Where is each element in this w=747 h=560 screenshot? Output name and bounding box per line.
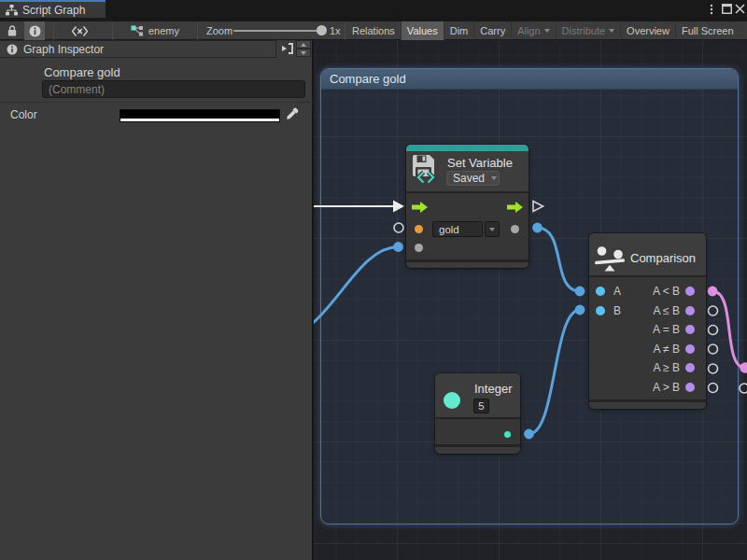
zoom-slider-handle[interactable]	[317, 25, 327, 35]
variable-scope-dropdown[interactable]: Saved	[446, 171, 500, 186]
output-label-less: A < B	[639, 285, 680, 298]
output-port-greater[interactable]	[685, 383, 695, 392]
tab-script-graph[interactable]: Script Graph	[0, 0, 106, 18]
node-footer	[589, 399, 706, 409]
chevron-down-icon	[609, 29, 614, 33]
chevron-down-icon	[491, 176, 497, 180]
output-port-not-equal[interactable]	[685, 344, 695, 354]
variable-dropdown-button[interactable]	[485, 221, 500, 237]
output-port-equal[interactable]	[685, 325, 695, 334]
node-title: Integer	[474, 382, 512, 396]
toolbar-button-overview[interactable]: Overview	[621, 21, 676, 40]
chevron-down-icon	[489, 228, 495, 231]
input-label-a: A	[613, 285, 621, 298]
color-alpha-bar	[120, 119, 279, 121]
scroll-down-button[interactable]	[296, 49, 311, 57]
info-icon	[29, 25, 41, 37]
toolbar-button-dim[interactable]: Dim	[444, 21, 475, 40]
tab-bar: Script Graph	[0, 0, 747, 21]
toolbar-button-relations[interactable]: Relations	[346, 21, 402, 40]
output-port-less[interactable]	[685, 287, 695, 296]
panel-divider	[0, 102, 313, 103]
exec-output-port[interactable]	[507, 202, 523, 213]
input-label-b: B	[613, 304, 621, 317]
toolbar-button-align[interactable]: Align	[512, 21, 556, 40]
node-category-bar	[406, 145, 529, 151]
graph-inspector-panel: Graph Inspector Compare gold (Comment) C…	[0, 40, 313, 560]
chevron-down-icon	[544, 29, 550, 33]
color-label: Color	[10, 108, 37, 121]
window-close-icon[interactable]	[735, 0, 745, 18]
graph-canvas[interactable]: Compare gold	[314, 40, 747, 560]
zoom-label: Zoom	[206, 21, 233, 40]
eyedropper-icon[interactable]	[285, 106, 300, 125]
integer-value-field[interactable]: 5	[473, 399, 489, 413]
node-title: Set Variable	[447, 156, 513, 170]
comment-placeholder: (Comment)	[49, 83, 105, 96]
node-title: Comparison	[630, 251, 696, 265]
toolbar-button-distribute[interactable]: Distribute	[557, 21, 621, 40]
output-port-less-equal[interactable]	[685, 306, 695, 315]
zoom-value: 1x	[330, 21, 341, 40]
info-icon	[7, 44, 18, 55]
save-variable-icon	[412, 154, 440, 185]
inspector-header-title: Graph Inspector	[23, 43, 104, 56]
color-field[interactable]	[120, 109, 280, 122]
zoom-slider-track[interactable]	[233, 30, 322, 32]
dock-inspector-icon[interactable]	[281, 42, 294, 59]
output-label-less-equal: A ≤ B	[639, 304, 680, 317]
graph-toolbar: enemy Zoom 1x Relations Values Dim Carry…	[0, 21, 747, 40]
tab-title: Script Graph	[22, 4, 85, 17]
node-footer	[406, 259, 529, 268]
node-comparison[interactable]: Comparison A B A < B A ≤ B A = B A ≠ B A…	[589, 233, 706, 409]
triangle-down-icon	[301, 51, 306, 55]
node-integer[interactable]: Integer 5	[435, 373, 520, 454]
value-input-port[interactable]	[415, 244, 423, 252]
output-label-greater: A > B	[639, 381, 680, 394]
variable-name-port[interactable]	[415, 225, 423, 233]
graph-asset-icon	[131, 25, 144, 36]
variable-name-dropdown[interactable]: gold	[432, 221, 483, 237]
group-header[interactable]: Compare gold	[321, 69, 738, 90]
input-port-b[interactable]	[596, 306, 605, 315]
comment-input[interactable]: (Comment)	[42, 80, 305, 98]
inspector-header: Graph Inspector	[0, 40, 276, 58]
code-preview-icon[interactable]	[72, 21, 88, 40]
node-footer	[435, 444, 520, 454]
window-maximize-icon[interactable]	[722, 0, 732, 18]
lock-icon[interactable]	[7, 21, 17, 40]
graph-name-label: enemy	[148, 25, 179, 36]
script-graph-window: Script Graph	[0, 0, 747, 560]
group-title-field[interactable]: Compare gold	[44, 65, 120, 79]
inspector-toggle-button[interactable]	[24, 21, 45, 40]
inspector-scroll-spinner	[296, 40, 311, 58]
output-port-greater-equal[interactable]	[685, 363, 695, 372]
toolbar-button-values[interactable]: Values	[402, 21, 444, 40]
value-output-port[interactable]	[511, 225, 519, 233]
window-menu-icon[interactable]	[710, 0, 713, 18]
output-label-not-equal: A ≠ B	[639, 343, 680, 356]
toolbar-button-carry[interactable]: Carry	[474, 21, 512, 40]
group-title: Compare gold	[330, 72, 406, 86]
toolbar-buttons: Relations Values Dim Carry Align Distrib…	[346, 21, 740, 40]
graph-asset-crumb[interactable]: enemy	[131, 21, 179, 40]
comparison-icon	[595, 246, 625, 272]
graph-hierarchy-icon	[6, 5, 18, 16]
input-port-a[interactable]	[596, 287, 605, 296]
output-label-equal: A = B	[639, 323, 680, 336]
integer-icon	[444, 392, 460, 409]
toolbar-button-fullscreen[interactable]: Full Screen	[676, 21, 740, 40]
integer-output-port[interactable]	[504, 431, 511, 438]
output-label-greater-equal: A ≥ B	[639, 361, 680, 374]
node-set-variable[interactable]: Set Variable Saved gold	[406, 145, 529, 268]
exec-input-port[interactable]	[412, 202, 428, 213]
scroll-up-button[interactable]	[296, 40, 311, 49]
triangle-up-icon	[301, 43, 306, 47]
